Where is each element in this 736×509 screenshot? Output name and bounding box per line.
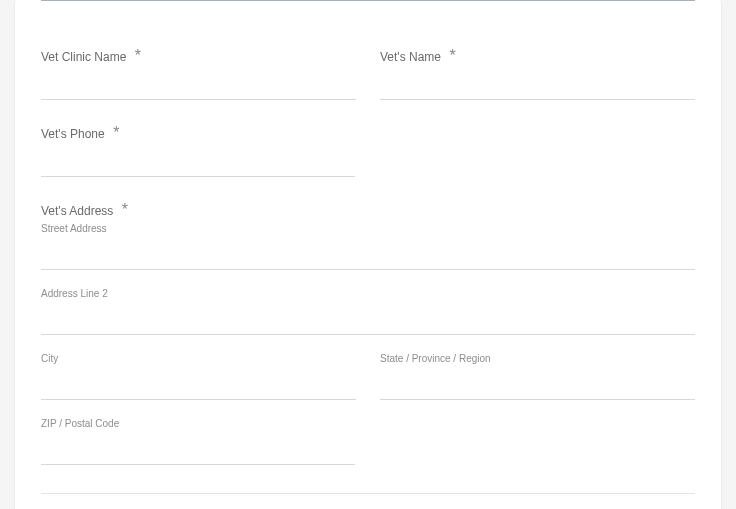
- input-state[interactable]: [380, 378, 695, 400]
- label-city: City: [41, 353, 356, 364]
- section-divider-top: [41, 0, 695, 17]
- field-vet-phone: Vet's Phone *: [41, 124, 355, 177]
- field-clinic-name: Vet Clinic Name *: [41, 47, 356, 100]
- input-clinic-name[interactable]: [41, 78, 356, 100]
- field-zip: ZIP / Postal Code: [41, 418, 355, 465]
- required-indicator: *: [135, 47, 141, 64]
- input-vet-phone[interactable]: [41, 155, 355, 177]
- label-state: State / Province / Region: [380, 353, 695, 364]
- label-vet-address: Vet's Address: [41, 204, 113, 218]
- row-phone: Vet's Phone *: [41, 124, 695, 201]
- input-street-address[interactable]: [41, 248, 695, 270]
- label-address-line2: Address Line 2: [41, 288, 695, 299]
- label-zip: ZIP / Postal Code: [41, 418, 355, 429]
- required-indicator: *: [122, 201, 128, 218]
- field-city: City: [41, 353, 356, 400]
- input-zip[interactable]: [41, 443, 355, 465]
- form-card: Vet Clinic Name * Vet's Name * Vet's Pho…: [15, 0, 721, 509]
- label-vet-name: Vet's Name: [380, 50, 441, 64]
- field-street-address: Street Address: [41, 223, 695, 270]
- label-vet-phone: Vet's Phone: [41, 127, 105, 141]
- field-vet-name: Vet's Name *: [380, 47, 695, 100]
- input-address-line2[interactable]: [41, 313, 695, 335]
- input-vet-name[interactable]: [380, 78, 695, 100]
- label-street-address: Street Address: [41, 223, 695, 234]
- row-clinic-vet: Vet Clinic Name * Vet's Name *: [41, 47, 695, 124]
- required-indicator: *: [449, 47, 455, 64]
- input-city[interactable]: [41, 378, 356, 400]
- label-clinic-name: Vet Clinic Name: [41, 50, 126, 64]
- row-zip: ZIP / Postal Code: [41, 418, 695, 483]
- field-address-line2: Address Line 2: [41, 288, 695, 335]
- field-state: State / Province / Region: [380, 353, 695, 400]
- required-indicator: *: [113, 124, 119, 141]
- field-vet-address: Vet's Address * Street Address Address L…: [41, 201, 695, 483]
- section-divider-bottom: [41, 493, 695, 494]
- row-city-state: City State / Province / Region: [41, 353, 695, 418]
